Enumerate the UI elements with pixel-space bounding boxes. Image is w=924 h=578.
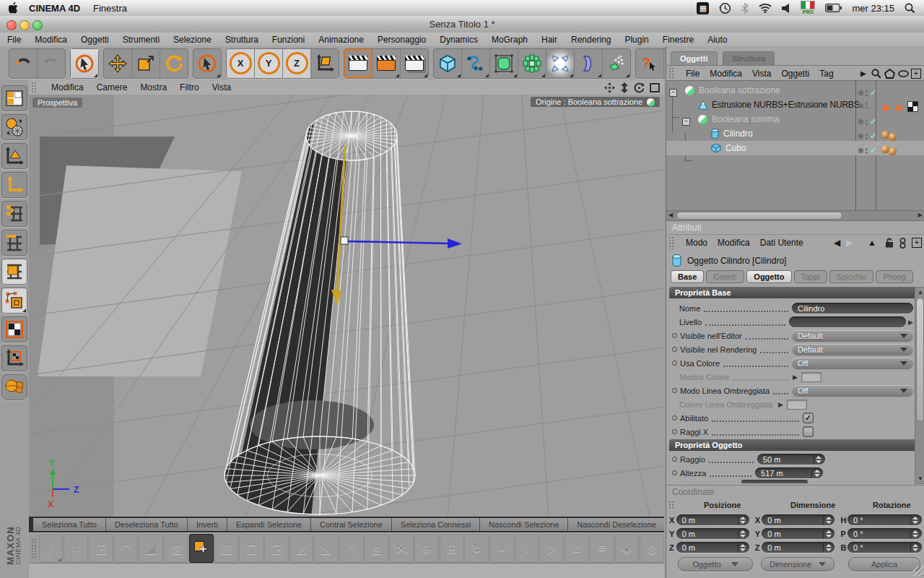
om-menu-file[interactable]: File [686, 69, 699, 79]
parent-up-icon[interactable]: ▲ [868, 238, 876, 248]
axis-scale-icon[interactable]: ⊞ [440, 534, 464, 563]
link-mode-icon[interactable] [899, 238, 906, 249]
archive-icon[interactable]: ⌂ [565, 534, 589, 563]
menu-plugin[interactable]: Plugin [624, 35, 648, 45]
undo-button[interactable] [9, 49, 38, 78]
menu-struttura[interactable]: Struttura [225, 35, 258, 45]
live-selection-tool[interactable] [71, 49, 98, 78]
visibility-dots[interactable]: ✓ [858, 131, 876, 141]
apple-icon[interactable] [9, 2, 19, 14]
points-mode-icon[interactable] [1, 201, 27, 227]
mostra-colore-expand-icon[interactable]: ▶ [793, 374, 798, 381]
history-back-icon[interactable]: ◀ [834, 238, 840, 248]
om-menu-overflow-icon[interactable]: ▶ [860, 69, 866, 77]
tab-struttura[interactable]: Struttura [723, 51, 775, 65]
viewport-canvas[interactable]: YZX [29, 95, 664, 517]
tab-coord[interactable]: Coord. [706, 270, 744, 283]
attr-menu-modifica[interactable]: Modifica [718, 238, 750, 248]
pos-y-field[interactable]: 0 m [676, 528, 749, 539]
duplicate-icon[interactable]: ↓ [515, 534, 539, 563]
edges-mode-icon[interactable] [1, 230, 27, 256]
add-primitive-button[interactable] [434, 49, 462, 78]
battery-icon[interactable] [825, 4, 842, 12]
layout-grid-icon[interactable] [1, 85, 27, 111]
add-array-button[interactable] [518, 49, 546, 78]
scroll-right-icon[interactable]: ▶ [918, 211, 923, 219]
viewport[interactable]: YZX Prospettiva Origine : Booleana sottr… [29, 95, 664, 517]
attr-menu-handle[interactable] [668, 236, 674, 249]
tree-row-booleana-somma[interactable]: − Booleana somma [666, 112, 924, 126]
cilindro-tags[interactable] [881, 129, 897, 141]
attributes-scrollbar[interactable]: ▲ ▼ [915, 287, 924, 484]
visibility-dots[interactable] [858, 103, 868, 108]
menu-modifica[interactable]: Modifica [35, 35, 67, 45]
subdivide-icon[interactable]: ▥ [214, 534, 239, 563]
spotlight-icon[interactable] [905, 3, 915, 14]
create-point-icon[interactable]: ∷ [64, 534, 88, 563]
colore-linea-expand-icon[interactable]: ▶ [778, 401, 783, 408]
rotate-view-icon[interactable] [634, 82, 645, 93]
maximize-view-icon[interactable] [650, 83, 660, 92]
livello-picker-icon[interactable]: ▶ [908, 319, 913, 326]
nascondi-deselezione-button[interactable]: Nascondi Deselezione [568, 518, 664, 531]
zoom-button[interactable] [32, 20, 43, 30]
close-button[interactable] [6, 20, 17, 30]
polygon-pen-icon[interactable]: ＋ [189, 534, 214, 563]
last-used-tool[interactable] [193, 49, 221, 78]
zoom-view-icon[interactable] [620, 82, 629, 93]
lock-icon[interactable] [885, 238, 894, 248]
add-environment-button[interactable] [575, 49, 603, 78]
deseleziona-tutto-button[interactable]: Deseleziona Tutto [106, 518, 188, 531]
minimize-button[interactable] [19, 20, 30, 30]
view-name-badge[interactable]: Prospettiva [32, 98, 82, 108]
help-button[interactable]: ? [636, 49, 664, 78]
extrude-inner-icon[interactable]: ▢ [239, 534, 263, 563]
visibility-dots[interactable]: ✓ [858, 88, 876, 98]
render-picture-viewer-button[interactable] [372, 49, 401, 78]
scroll-down-icon[interactable]: ▼ [918, 475, 923, 483]
pos-z-field[interactable]: 0 m [676, 542, 749, 553]
raggio-field[interactable]: 50 m [757, 454, 825, 465]
tab-tappi[interactable]: Tappi [794, 270, 827, 283]
texture-axis-mode-icon[interactable] [1, 345, 27, 371]
viewport-menu-handle[interactable] [31, 82, 36, 93]
bevel-icon[interactable]: ◢ [139, 534, 163, 563]
tab-base[interactable]: Base [671, 270, 704, 283]
applica-button[interactable]: Applica [848, 557, 920, 571]
coord-mode-dropdown[interactable]: Oggetto [678, 557, 753, 571]
attr-menu-dati-utente[interactable]: Dati Utente [760, 238, 803, 248]
vmenu-vista[interactable]: Vista [212, 82, 231, 92]
visibile-editor-dropdown[interactable]: Default [792, 330, 913, 341]
pan-view-icon[interactable] [604, 82, 615, 93]
polygons-mode-icon[interactable] [1, 259, 27, 285]
texture-mode-icon[interactable] [1, 316, 27, 342]
altezza-field[interactable]: 517 m [755, 467, 823, 478]
animation-objects-icon[interactable] [1, 374, 27, 400]
seleziona-connessi-button[interactable]: Seleziona Connessi [392, 518, 480, 531]
tab-oggetto[interactable]: Oggetto [746, 270, 791, 283]
raggi-x-checkbox[interactable] [803, 426, 814, 437]
nascondi-selezione-button[interactable]: Nascondi Selezione [480, 518, 568, 531]
bluetooth-icon[interactable] [741, 3, 749, 14]
iron-icon[interactable]: ◬ [365, 534, 389, 563]
menu-personaggio[interactable]: Personaggio [378, 35, 426, 45]
add-panel-icon[interactable]: + [912, 238, 922, 248]
section-proprieta-base[interactable]: Proprietà Base [669, 287, 919, 298]
randomize-icon[interactable]: ≡ [590, 534, 614, 563]
home-path-icon[interactable] [884, 69, 895, 79]
scroll-thumb[interactable] [676, 212, 842, 220]
add-manager-icon[interactable]: + [911, 69, 921, 79]
menu-aiuto[interactable]: Aiuto [707, 35, 727, 45]
contrai-selezione-button[interactable]: Contrai Selezione [311, 518, 392, 531]
livello-field[interactable] [789, 316, 906, 327]
smooth-shift-icon[interactable]: ◲ [264, 534, 289, 563]
window-titlebar[interactable]: Senza Titolo 1 * [0, 16, 924, 33]
section-coordinate[interactable]: Coordinate [672, 487, 715, 497]
matrix-extrude-icon[interactable]: ▨ [164, 534, 188, 563]
seleziona-tutto-button[interactable]: Seleziona Tutto [33, 518, 106, 531]
lock-x-axis-button[interactable]: X [227, 49, 255, 78]
menu-strumenti[interactable]: Strumenti [123, 35, 160, 45]
estrusione-tags[interactable] [881, 101, 918, 112]
om-menu-vista[interactable]: Vista [752, 69, 771, 79]
scroll-up-icon[interactable]: ▲ [918, 288, 923, 296]
